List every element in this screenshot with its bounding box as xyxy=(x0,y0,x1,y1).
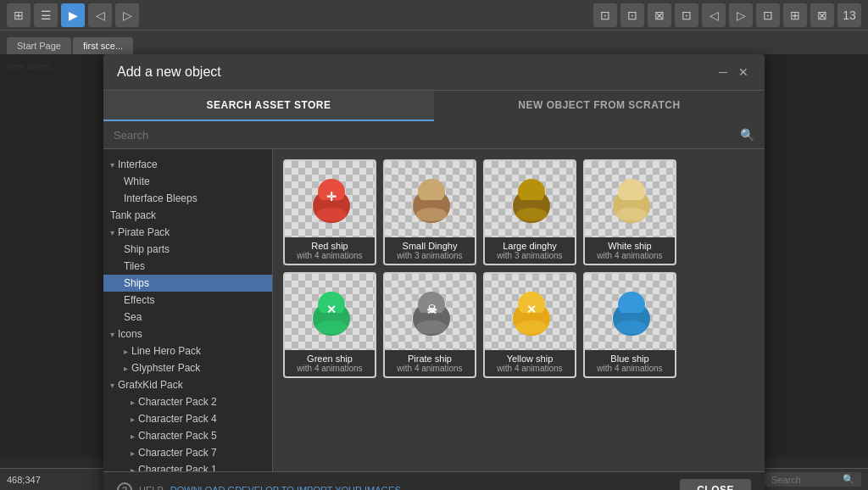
tree-item-grafxkid-pack[interactable]: ▾GrafxKid Pack xyxy=(103,376,272,393)
tree-item-character-pack-2[interactable]: ▸Character Pack 2 xyxy=(103,393,272,410)
ship-svg xyxy=(502,168,561,231)
toolbar-icon-grid[interactable]: ⊞ xyxy=(7,3,31,27)
ship-svg: ✕ xyxy=(302,281,361,344)
toolbar-icon-r9[interactable]: ⊠ xyxy=(810,3,834,27)
tree-item-label: Sea xyxy=(124,311,142,323)
modal-title: Add a new object xyxy=(117,64,221,80)
toolbar-icon-r10[interactable]: 13 xyxy=(837,3,861,27)
ship-svg: ☠ xyxy=(402,281,461,344)
tree-item-label: Icons xyxy=(118,328,142,340)
tree-item-label: Character Pack 2 xyxy=(138,396,217,408)
tree-item-label: Interface Bleeps xyxy=(124,192,198,204)
tab-new-object-scratch[interactable]: NEW OBJECT FROM SCRATCH xyxy=(434,91,765,121)
svg-point-40 xyxy=(416,320,447,334)
expand-icon: ▸ xyxy=(131,465,135,472)
toolbar-icon-r7[interactable]: ⊡ xyxy=(756,3,780,27)
right-panel: ✛ Red ship with 4 animations xyxy=(273,149,765,471)
asset-sub: with 4 animations xyxy=(390,364,470,373)
ship-svg xyxy=(402,168,461,231)
svg-rect-42 xyxy=(420,315,442,320)
assets-grid: ✛ Red ship with 4 animations xyxy=(283,159,754,378)
tree-item-label: Ship parts xyxy=(124,243,170,255)
toolbar-icon-play[interactable]: ▶ xyxy=(61,3,85,27)
search-input[interactable] xyxy=(114,129,740,142)
tree-item-label: Tiles xyxy=(124,260,145,272)
asset-card-green-ship[interactable]: ✕ Green ship with 4 animations xyxy=(283,272,376,378)
tree-item-sea[interactable]: Sea xyxy=(103,309,272,326)
toolbar-icon-r8[interactable]: ⊞ xyxy=(783,3,807,27)
tree-item-ship-parts[interactable]: Ship parts xyxy=(103,241,272,258)
tree-item-icons[interactable]: ▾Icons xyxy=(103,326,272,342)
tree-item-label: Effects xyxy=(124,294,154,306)
tree-item-character-pack-7[interactable]: ▸Character Pack 7 xyxy=(103,444,272,461)
tree-item-interface[interactable]: ▾Interface xyxy=(103,156,272,173)
tree-item-character-pack-1[interactable]: ▸Character Pack 1 xyxy=(103,461,272,471)
tree-item-effects[interactable]: Effects xyxy=(103,292,272,309)
download-link[interactable]: DOWNLOAD GDEVELOP TO IMPORT YOUR IMAGES xyxy=(170,485,401,490)
svg-text:✕: ✕ xyxy=(326,302,337,315)
asset-card-small-dinghy[interactable]: Small Dinghy with 3 animations xyxy=(383,159,476,265)
toolbar-icon-r1[interactable]: ⊡ xyxy=(593,3,617,27)
asset-card-white-ship[interactable]: White ship with 4 animations xyxy=(583,159,676,265)
tree-item-tank-pack[interactable]: Tank pack xyxy=(103,207,272,224)
toolbar-icon-r4[interactable]: ⊡ xyxy=(675,3,698,27)
asset-name: Blue ship xyxy=(590,354,670,364)
close-modal-button[interactable]: ✕ xyxy=(736,64,751,80)
tab-search-asset-store[interactable]: SEARCH ASSET STORE xyxy=(103,91,434,121)
asset-name: Large dinghy xyxy=(490,241,570,251)
tree-item-pirate-pack[interactable]: ▾Pirate Pack xyxy=(103,224,272,241)
svg-point-3 xyxy=(316,208,347,221)
tree-item-line-hero-pack[interactable]: ▸Line Hero Pack xyxy=(103,342,272,359)
asset-name: Green ship xyxy=(290,354,370,364)
asset-card-yellow-ship[interactable]: ✕ Yellow ship with 4 animations xyxy=(483,272,576,378)
toolbar-icon-back[interactable]: ◁ xyxy=(88,3,112,27)
svg-point-11 xyxy=(416,208,447,221)
asset-card-large-dinghy[interactable]: Large dinghy with 3 animations xyxy=(483,159,576,265)
toolbar-icon-r3[interactable]: ⊠ xyxy=(648,3,671,27)
tab-first-scene[interactable]: first sce... xyxy=(73,37,133,54)
expand-icon: ▸ xyxy=(124,347,128,356)
asset-sub: with 4 animations xyxy=(490,364,570,373)
tree-item-tiles[interactable]: Tiles xyxy=(103,258,272,275)
status-search-icon: 🔍 xyxy=(843,474,854,485)
tree-item-label: Character Pack 5 xyxy=(138,430,217,442)
tab-start-page[interactable]: Start Page xyxy=(7,37,71,54)
tree-item-label: Glyphster Pack xyxy=(131,362,200,374)
tree-item-interface-bleeps[interactable]: Interface Bleeps xyxy=(103,190,272,207)
svg-rect-34 xyxy=(320,315,342,320)
tree-item-character-pack-5[interactable]: ▸Character Pack 5 xyxy=(103,427,272,444)
left-panel: ▾InterfaceWhiteInterface BleepsTank pack… xyxy=(103,149,273,471)
asset-card-blue-ship[interactable]: Blue ship with 4 animations xyxy=(583,272,676,378)
tree-item-label: Character Pack 4 xyxy=(138,413,217,425)
toolbar-icon-r5[interactable]: ◁ xyxy=(702,3,726,27)
toolbar-icon-forward[interactable]: ▷ xyxy=(115,3,139,27)
asset-sub: with 4 animations xyxy=(590,251,670,260)
modal-controls: ─ ✕ xyxy=(715,64,751,80)
tree-item-ships[interactable]: Ships xyxy=(103,275,272,292)
help-icon[interactable]: ? xyxy=(117,482,132,490)
svg-rect-12 xyxy=(420,202,442,207)
svg-text:✛: ✛ xyxy=(326,189,337,203)
ship-svg: ✕ xyxy=(502,281,561,344)
status-search-input[interactable] xyxy=(771,475,839,485)
svg-rect-26 xyxy=(620,202,643,207)
modal-overlay: Add a new object ─ ✕ SEARCH ASSET STORE … xyxy=(0,54,868,458)
toolbar-icon-list[interactable]: ☰ xyxy=(34,3,58,27)
footer-left: ? HELP DOWNLOAD GDEVELOP TO IMPORT YOUR … xyxy=(117,482,401,490)
svg-text:☠: ☠ xyxy=(426,302,437,315)
modal-header: Add a new object ─ ✕ xyxy=(103,54,765,91)
modal-footer: ? HELP DOWNLOAD GDEVELOP TO IMPORT YOUR … xyxy=(103,471,765,490)
toolbar-icon-r2[interactable]: ⊡ xyxy=(620,3,644,27)
expand-icon: ▸ xyxy=(131,448,135,458)
asset-card-red-ship[interactable]: ✛ Red ship with 4 animations xyxy=(283,159,376,265)
tree-item-glyphster-pack[interactable]: ▸Glyphster Pack xyxy=(103,359,272,376)
svg-text:✕: ✕ xyxy=(526,302,537,315)
toolbar-icon-r6[interactable]: ▷ xyxy=(729,3,753,27)
asset-name: Small Dinghy xyxy=(390,241,470,251)
close-button[interactable]: CLOSE xyxy=(680,479,751,490)
asset-sub: with 3 animations xyxy=(490,251,570,260)
asset-card-pirate-ship[interactable]: ☠ Pirate ship with 4 animations xyxy=(383,272,476,378)
tree-item-character-pack-4[interactable]: ▸Character Pack 4 xyxy=(103,410,272,427)
tree-item-white[interactable]: White xyxy=(103,173,272,190)
minimize-button[interactable]: ─ xyxy=(715,64,731,80)
